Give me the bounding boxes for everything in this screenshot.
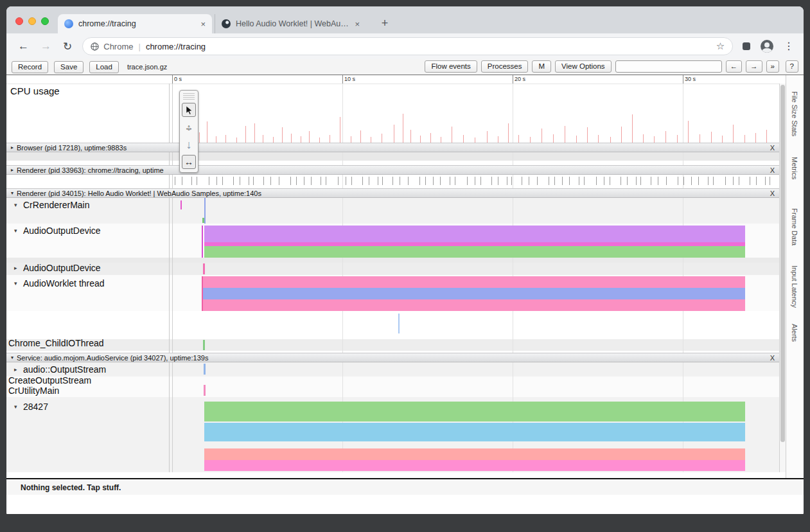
- extension-icon[interactable]: [743, 42, 750, 50]
- trace-event-tick[interactable]: [175, 177, 175, 185]
- trace-event-tick[interactable]: [408, 177, 409, 185]
- help-button[interactable]: ?: [786, 60, 798, 73]
- record-button[interactable]: Record: [12, 61, 48, 73]
- back-icon[interactable]: ←: [18, 40, 29, 53]
- trace-event-tick[interactable]: [507, 177, 507, 185]
- trace-event-tick[interactable]: [346, 177, 346, 185]
- audioworklet-slice[interactable]: [203, 276, 745, 288]
- audiooutputdevice-slice[interactable]: [204, 246, 745, 258]
- trace-event-mark[interactable]: [202, 218, 204, 223]
- thread-label-outputstream[interactable]: ▸ audio::OutputStream: [14, 364, 106, 375]
- trace-event-tick[interactable]: [425, 177, 426, 185]
- trace-event-mark[interactable]: [202, 276, 203, 311]
- tab-close-icon[interactable]: ×: [355, 19, 360, 29]
- timing-tool-button[interactable]: ↔: [182, 155, 196, 169]
- collapse-icon[interactable]: ▾: [14, 403, 23, 410]
- thread-label-childiothread[interactable]: Chrome_ChildIOThread: [8, 338, 104, 348]
- thread-label-audiooutputdevice-1[interactable]: ▾ AudioOutputDevice: [14, 226, 101, 236]
- trace-event-mark[interactable]: [202, 226, 203, 258]
- trace-event-tick[interactable]: [621, 177, 621, 185]
- vertical-scrollbar[interactable]: [779, 84, 786, 472]
- tab-tracing[interactable]: chrome://tracing ×: [58, 14, 212, 33]
- trace-event-tick[interactable]: [209, 177, 209, 185]
- trace-event-tick[interactable]: [658, 177, 658, 185]
- trace-event-tick[interactable]: [351, 177, 352, 185]
- trace-event-tick[interactable]: [222, 177, 223, 185]
- find-input[interactable]: [615, 60, 722, 73]
- trace-event-tick[interactable]: [321, 177, 321, 185]
- trace-event-tick[interactable]: [263, 177, 264, 185]
- trace-event-tick[interactable]: [765, 177, 766, 185]
- zoom-tool-button[interactable]: ↓: [182, 137, 196, 152]
- trace-event-tick[interactable]: [770, 177, 770, 185]
- thread-label-28427[interactable]: ▾ 28427: [14, 402, 48, 412]
- trace-event-tick[interactable]: [636, 177, 637, 185]
- trace-event-tick[interactable]: [584, 177, 585, 185]
- thread-label-crutilitymain[interactable]: CrUtilityMain: [8, 386, 59, 396]
- trace-event-tick[interactable]: [338, 177, 339, 185]
- trace-event-tick[interactable]: [362, 177, 363, 185]
- trace-event-tick[interactable]: [382, 177, 383, 185]
- trace-event-tick[interactable]: [554, 177, 555, 185]
- trace-event-tick[interactable]: [467, 177, 468, 185]
- trace-event-tick[interactable]: [240, 177, 240, 185]
- trace-event-tick[interactable]: [392, 177, 393, 185]
- trace-event-tick[interactable]: [683, 177, 684, 185]
- trace-event-tick[interactable]: [296, 177, 297, 185]
- trace-event-tick[interactable]: [549, 177, 549, 185]
- trace-event-tick[interactable]: [522, 177, 522, 185]
- new-tab-button[interactable]: +: [378, 17, 392, 30]
- trace-event-tick[interactable]: [304, 177, 304, 185]
- collapse-icon[interactable]: ▾: [14, 202, 23, 208]
- process-header-renderer-webaudio[interactable]: ▾ Renderer (pid 34015): Hello Audio Work…: [6, 188, 779, 198]
- trace-event-tick[interactable]: [326, 177, 326, 185]
- trace-event-tick[interactable]: [666, 177, 667, 185]
- palette-drag-handle[interactable]: [183, 93, 195, 100]
- view-options-button[interactable]: View Options: [555, 60, 612, 73]
- trace-event-tick[interactable]: [651, 177, 651, 185]
- trace-event-tick[interactable]: [440, 177, 441, 185]
- audioservice-slice[interactable]: [204, 423, 745, 441]
- close-track-button[interactable]: X: [770, 190, 775, 197]
- sidebar-tab-frame-data[interactable]: Frame Data: [791, 208, 798, 245]
- trace-event-tick[interactable]: [604, 177, 604, 185]
- trace-event-tick[interactable]: [475, 177, 475, 185]
- sidebar-tab-file-size-stats[interactable]: File Size Stats: [791, 91, 798, 136]
- trace-event-tick[interactable]: [511, 177, 512, 185]
- trace-event-tick[interactable]: [419, 177, 420, 185]
- thread-label-audiooutputdevice-2[interactable]: ▸ AudioOutputDevice: [14, 263, 101, 273]
- trace-event-tick[interactable]: [708, 177, 709, 185]
- trace-event-tick[interactable]: [691, 177, 692, 185]
- audioworklet-slice[interactable]: [203, 299, 745, 311]
- scrollbar-thumb[interactable]: [780, 85, 785, 442]
- trace-event-tick[interactable]: [400, 177, 400, 185]
- trace-event-tick[interactable]: [455, 177, 455, 185]
- collapse-icon[interactable]: ▾: [14, 227, 23, 234]
- selection-tool-button[interactable]: [182, 103, 196, 117]
- trace-event-tick[interactable]: [253, 177, 254, 185]
- audioservice-slice[interactable]: [204, 460, 745, 471]
- zoom-window-button[interactable]: [41, 17, 49, 25]
- trace-event-tick[interactable]: [378, 177, 378, 185]
- trace-event-mark[interactable]: [204, 385, 206, 396]
- collapse-icon[interactable]: ▾: [11, 355, 13, 360]
- close-window-button[interactable]: [15, 17, 23, 25]
- trace-event-tick[interactable]: [713, 177, 714, 185]
- sidebar-tab-input-latency[interactable]: Input Latency: [791, 265, 798, 308]
- trace-event-tick[interactable]: [562, 177, 563, 185]
- trace-event-tick[interactable]: [369, 177, 369, 185]
- trace-event-tick[interactable]: [756, 177, 757, 185]
- trace-event-tick[interactable]: [311, 177, 312, 185]
- trace-event-tick[interactable]: [480, 177, 481, 185]
- trace-event-tick[interactable]: [197, 177, 197, 185]
- trace-event-tick[interactable]: [249, 177, 249, 185]
- trace-event-tick[interactable]: [529, 177, 529, 185]
- find-previous-button[interactable]: ←: [726, 60, 743, 73]
- close-track-button[interactable]: X: [770, 144, 775, 152]
- trace-event-tick[interactable]: [491, 177, 492, 185]
- expand-icon[interactable]: ▸: [11, 145, 13, 150]
- trace-event-tick[interactable]: [450, 177, 450, 185]
- tab-webaudio[interactable]: Hello Audio Worklet! | WebAud... ×: [215, 14, 366, 33]
- trace-event-tick[interactable]: [579, 177, 579, 185]
- sidebar-tab-alerts[interactable]: Alerts: [791, 324, 798, 342]
